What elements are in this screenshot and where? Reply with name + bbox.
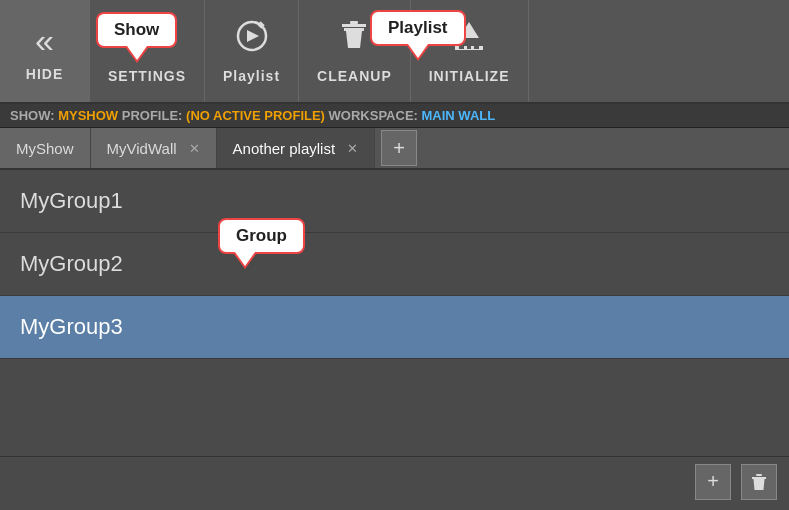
svg-rect-4 <box>350 21 358 24</box>
toolbar: « HIDE SETTINGS Playlist <box>0 0 789 104</box>
initialize-icon <box>451 18 487 62</box>
show-value: MYSHOW <box>58 108 118 123</box>
profile-value: (NO ACTIVE PROFILE) <box>186 108 325 123</box>
group-item-mygroup3[interactable]: MyGroup3 <box>0 296 789 359</box>
status-bar: SHOW: MYSHOW PROFILE: (NO ACTIVE PROFILE… <box>0 104 789 128</box>
settings-button[interactable]: SETTINGS <box>90 0 205 102</box>
trash-icon <box>749 472 769 492</box>
cleanup-icon <box>336 18 372 62</box>
svg-rect-10 <box>752 477 766 479</box>
group-item-mygroup3-label: MyGroup3 <box>20 314 123 339</box>
tab-anotherplaylist-label: Another playlist <box>233 140 336 157</box>
tab-myvidwall[interactable]: MyVidWall ✕ <box>91 128 217 168</box>
playlist-label: Playlist <box>223 68 280 84</box>
group-item-mygroup2[interactable]: MyGroup2 <box>0 233 789 296</box>
settings-icon <box>129 18 165 62</box>
initialize-label: INITIALIZE <box>429 68 510 84</box>
playlist-button[interactable]: Playlist <box>205 0 299 102</box>
tab-myshow-label: MyShow <box>16 140 74 157</box>
hide-icon: « <box>35 21 54 60</box>
workspace-key: WORKSPACE: <box>329 108 418 123</box>
delete-group-button[interactable] <box>741 464 777 500</box>
initialize-button[interactable]: INITIALIZE <box>411 0 529 102</box>
tab-anotherplaylist-close[interactable]: ✕ <box>347 141 358 156</box>
tab-myshow[interactable]: MyShow <box>0 128 91 168</box>
hide-button[interactable]: « HIDE <box>0 0 90 102</box>
group-item-mygroup1[interactable]: MyGroup1 <box>0 170 789 233</box>
tab-myvidwall-close[interactable]: ✕ <box>189 141 200 156</box>
main-content: MyShow MyVidWall ✕ Another playlist ✕ + … <box>0 128 789 506</box>
svg-rect-7 <box>459 46 464 49</box>
tabs-row: MyShow MyVidWall ✕ Another playlist ✕ + <box>0 128 789 170</box>
svg-marker-6 <box>459 22 479 38</box>
svg-marker-3 <box>346 31 362 48</box>
group-list: MyGroup1 MyGroup2 MyGroup3 <box>0 170 789 456</box>
tab-myvidwall-label: MyVidWall <box>107 140 177 157</box>
group-item-mygroup2-label: MyGroup2 <box>20 251 123 276</box>
svg-rect-2 <box>344 28 364 31</box>
settings-label: SETTINGS <box>108 68 186 84</box>
playlist-icon <box>234 18 270 62</box>
tab-anotherplaylist[interactable]: Another playlist ✕ <box>217 128 376 168</box>
show-key: SHOW: <box>10 108 55 123</box>
tab-add-button[interactable]: + <box>381 130 417 166</box>
svg-rect-8 <box>467 46 471 49</box>
svg-rect-11 <box>756 474 762 476</box>
hide-label: HIDE <box>26 66 63 82</box>
profile-key: PROFILE: <box>122 108 183 123</box>
add-group-button[interactable]: + <box>695 464 731 500</box>
bottom-bar: + <box>0 456 789 506</box>
cleanup-label: CLEANUP <box>317 68 392 84</box>
group-item-mygroup1-label: MyGroup1 <box>20 188 123 213</box>
svg-rect-1 <box>342 24 366 27</box>
svg-rect-9 <box>474 46 479 49</box>
cleanup-button[interactable]: CLEANUP <box>299 0 411 102</box>
workspace-value: MAIN WALL <box>422 108 496 123</box>
